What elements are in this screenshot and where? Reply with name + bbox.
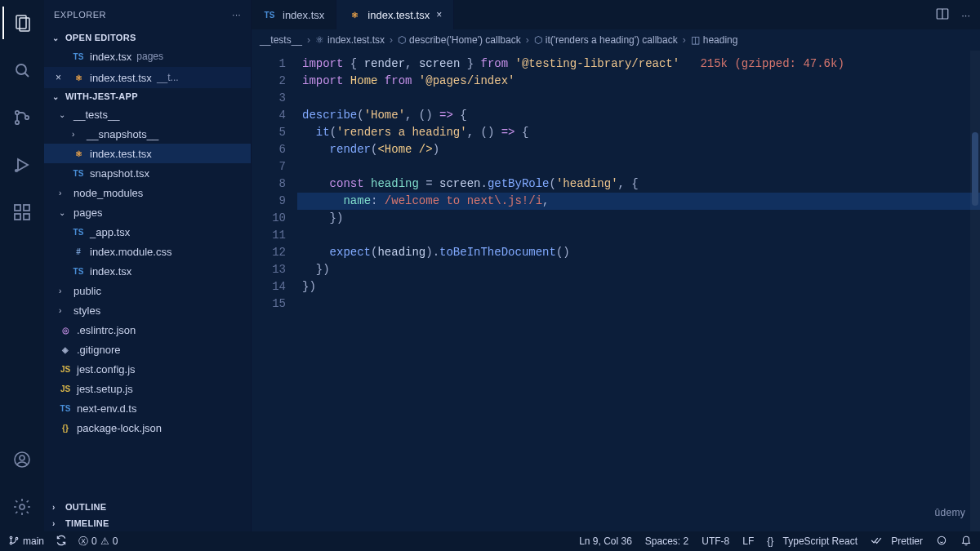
breadcrumb-item[interactable]: ⬡describe('Home') callback — [398, 34, 521, 46]
breadcrumb-item[interactable]: ◫heading — [691, 34, 738, 46]
timeline-section[interactable]: › TIMELINE — [44, 515, 251, 531]
status-bell[interactable] — [960, 535, 972, 549]
code-line[interactable]: describe('Home', () => { — [297, 107, 980, 124]
breadcrumb-separator: › — [307, 34, 310, 46]
code-line[interactable]: render(<Home />) — [297, 141, 980, 158]
chevron-right-icon: › — [59, 306, 69, 315]
activity-source-control[interactable] — [2, 101, 42, 134]
tree-item-label: index.test.tsx — [90, 148, 152, 160]
svg-point-20 — [16, 537, 18, 540]
activity-explorer[interactable] — [2, 7, 42, 39]
status-sync[interactable] — [56, 535, 67, 549]
activity-run-debug[interactable] — [2, 149, 42, 181]
open-editor-dir: __t... — [157, 72, 179, 83]
open-editor-item[interactable]: TSindex.tsx pages — [44, 46, 251, 67]
sidebar-more-icon[interactable]: ··· — [232, 10, 241, 20]
svg-line-3 — [25, 73, 29, 78]
tree-file[interactable]: JSjest.config.js — [44, 359, 251, 379]
tree-file[interactable]: TSindex.tsx — [44, 261, 251, 281]
svg-point-14 — [20, 455, 24, 460]
status-language[interactable]: {} TypeScript React — [767, 535, 858, 547]
status-spaces[interactable]: Spaces: 2 — [645, 535, 688, 547]
tree-file[interactable]: ⚛index.test.tsx — [44, 144, 251, 163]
scrollbar-track[interactable] — [970, 51, 980, 531]
breadcrumb-label: it('renders a heading') callback — [546, 34, 678, 46]
tree-item-label: __tests__ — [74, 109, 119, 121]
tree-folder[interactable]: ›node_modules — [44, 183, 251, 202]
status-feedback[interactable] — [936, 535, 947, 549]
code-line[interactable]: }) — [297, 210, 980, 227]
ts-icon: TS — [72, 225, 85, 238]
tree-folder[interactable]: ⌄pages — [44, 202, 251, 222]
code-line[interactable] — [297, 158, 980, 176]
code-line[interactable]: const heading = screen.getByRole('headin… — [297, 176, 980, 193]
svg-point-4 — [16, 111, 19, 114]
code-line[interactable]: import Home from '@pages/index' — [297, 73, 980, 90]
code-line[interactable]: it('renders a heading', () => { — [297, 124, 980, 141]
line-number-gutter: 123456789101112131415 — [252, 51, 297, 531]
code-content[interactable]: import { render, screen } from '@testing… — [297, 51, 980, 531]
activity-extensions[interactable] — [2, 196, 42, 229]
workspace-label: WITH-JEST-APP — [65, 91, 138, 101]
tree-file[interactable]: {}package-lock.json — [44, 418, 251, 438]
tree-item-label: .gitignore — [77, 344, 120, 356]
split-editor-icon[interactable] — [935, 7, 950, 24]
chevron-down-icon: ⌄ — [52, 92, 62, 101]
tree-file[interactable]: TSnext-env.d.ts — [44, 398, 251, 418]
svg-point-19 — [10, 542, 12, 544]
js-icon: JS — [59, 382, 72, 395]
tree-folder[interactable]: ›styles — [44, 300, 251, 320]
code-line[interactable]: name: /welcome to next\.js!/i, — [297, 193, 980, 210]
tree-item-label: snapshot.tsx — [90, 167, 149, 180]
status-eol[interactable]: LF — [742, 535, 754, 547]
code-line[interactable] — [297, 90, 980, 107]
code-line[interactable]: }) — [297, 261, 980, 278]
check-icon — [871, 535, 882, 549]
workspace-section[interactable]: ⌄ WITH-JEST-APP — [44, 88, 251, 104]
react-icon: ⚛ — [72, 147, 85, 160]
activity-settings[interactable] — [2, 491, 42, 523]
activity-search[interactable] — [2, 54, 42, 87]
breadcrumb-item[interactable]: ⬡it('renders a heading') callback — [534, 34, 678, 46]
status-encoding[interactable]: UTF-8 — [702, 535, 729, 547]
status-lncol[interactable]: Ln 9, Col 36 — [579, 535, 632, 547]
tab-more-icon[interactable]: ··· — [961, 9, 970, 21]
breadcrumb-item[interactable]: __tests__ — [260, 34, 302, 46]
tree-folder[interactable]: ⌄__tests__ — [44, 104, 251, 124]
open-editor-item[interactable]: ×⚛index.test.tsx __t... — [44, 67, 251, 88]
code-line[interactable]: }) — [297, 278, 980, 295]
code-line[interactable] — [297, 227, 980, 244]
editor-tab[interactable]: TSindex.tsx — [252, 0, 336, 29]
code-line[interactable] — [297, 295, 980, 313]
activity-account[interactable] — [2, 443, 42, 476]
tree-file[interactable]: ◎.eslintrc.json — [44, 320, 251, 340]
tree-folder[interactable]: ›public — [44, 281, 251, 300]
status-formatter[interactable]: Prettier — [871, 535, 923, 549]
status-problems[interactable]: ⓧ 0 ⚠ 0 — [78, 535, 118, 549]
tree-folder[interactable]: ›__snapshots__ — [44, 124, 251, 144]
timeline-label: TIMELINE — [65, 518, 109, 528]
editor-tab[interactable]: ⚛index.test.tsx× — [336, 0, 454, 29]
tree-file[interactable]: JSjest.setup.js — [44, 379, 251, 398]
tree-file[interactable]: #index.module.css — [44, 242, 251, 261]
tree-file[interactable]: ◈.gitignore — [44, 340, 251, 359]
close-icon[interactable]: × — [56, 72, 67, 83]
sidebar-header: EXPLORER ··· — [44, 0, 251, 29]
breadcrumb-item[interactable]: ⚛index.test.tsx — [315, 34, 385, 46]
open-editor-name: index.tsx — [90, 51, 131, 63]
outline-section[interactable]: › OUTLINE — [44, 499, 251, 515]
status-branch[interactable]: main — [8, 535, 44, 549]
tree-item-label: jest.config.js — [77, 363, 136, 375]
code-line[interactable]: import { render, screen } from '@testing… — [297, 56, 980, 73]
code-editor[interactable]: 123456789101112131415 import { render, s… — [252, 51, 980, 531]
code-line[interactable]: expect(heading).toBeInTheDocument() — [297, 244, 980, 261]
svg-rect-11 — [24, 214, 29, 220]
tree-item-label: __snapshots__ — [87, 128, 158, 140]
svg-point-6 — [25, 116, 29, 119]
tree-file[interactable]: TSsnapshot.tsx — [44, 163, 251, 183]
close-icon[interactable]: × — [436, 9, 442, 20]
open-editors-section[interactable]: ⌄ OPEN EDITORS — [44, 29, 251, 46]
tree-file[interactable]: TS_app.tsx — [44, 222, 251, 242]
breadcrumb[interactable]: __tests__›⚛index.test.tsx›⬡describe('Hom… — [252, 29, 980, 51]
scrollbar-thumb[interactable] — [972, 132, 978, 206]
